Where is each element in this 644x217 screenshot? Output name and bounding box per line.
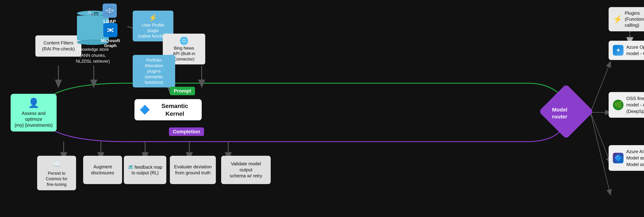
azure-openai-label: Azure OpenAI model - GPT-V <box>626 44 644 57</box>
augment-disclosures-node: Augment disclosures <box>83 156 122 184</box>
svg-point-21 <box>109 29 112 32</box>
microsoft-graph-node: Microsoft Graph <box>101 23 120 48</box>
svg-line-8 <box>591 113 610 163</box>
portfolio-allocation-node: Portfolio Allocation plugins (semantic f… <box>133 55 175 88</box>
svg-line-6 <box>591 62 610 112</box>
completion-badge: Completion <box>169 128 204 136</box>
plugins-icon: ⚡ <box>613 14 622 24</box>
ldap-node: LDAP <box>102 4 117 24</box>
user-label: Assess and optimize {my} {investments} <box>14 110 53 128</box>
azure-openai-node: ✦ Azure OpenAI model - GPT-V <box>608 41 644 60</box>
svg-point-24 <box>108 30 109 32</box>
svg-line-9 <box>591 114 610 195</box>
persist-cosmos-node: ☁️ Persist to Cosmos for fine-tuning <box>37 156 76 190</box>
plugins-label: Plugins (Function calling) <box>625 10 644 28</box>
persist-cosmos-label: Persist to Cosmos for fine-tuning <box>46 170 68 187</box>
user-icon: 👤 <box>28 97 40 109</box>
feedback-map-node: 🗺️ feedback map to output (RL) <box>124 156 166 184</box>
user-node: 👤 Assess and optimize {my} {investments} <box>10 94 56 132</box>
evaluate-label: Evaluate deviation from ground truth <box>174 164 212 176</box>
azure-ai-icon: 🔷 <box>613 153 624 163</box>
validate-label: Validate model output schema w/ retry <box>225 161 267 179</box>
svg-point-23 <box>112 28 114 30</box>
evaluate-deviation-node: Evaluate deviation from ground truth <box>170 156 216 184</box>
semantic-kernel-node: 🔷 Semantic Kernel <box>134 99 202 120</box>
prompt-badge: Prompt <box>170 87 195 95</box>
model-router-label: Modelrouter <box>552 106 568 120</box>
feedback-label: 🗺️ feedback map to output (RL) <box>128 164 162 176</box>
validate-model-node: Validate model output schema w/ retry <box>221 156 271 184</box>
cosmos-icon: ☁️ <box>52 159 62 169</box>
portfolio-label: Portfolio Allocation plugins (semantic f… <box>136 57 172 85</box>
model-router-container: Modelrouter <box>547 92 589 134</box>
azure-ai-label: Azure AI Model as a Service Model as a P… <box>626 148 644 168</box>
sk-label: Semantic Kernel <box>153 102 197 118</box>
sk-icon: 🔷 <box>140 104 150 115</box>
content-filters-label: Content Filters (RAI Pre-check) <box>42 40 75 52</box>
oss-finetuned-node: 🌿 OSS finetuned model - AML (DeepSpeed, … <box>608 92 644 118</box>
azure-openai-icon: ✦ <box>613 45 624 56</box>
svg-point-22 <box>108 28 109 30</box>
knowledge-store-label: Knowledge store (ANN chunks, NL2DSL retr… <box>76 46 110 64</box>
oss-icon: 🌿 <box>613 100 624 110</box>
bing-news-label: Bing News API (Built-in Connector) <box>173 45 195 62</box>
augment-label: Augment disclosures <box>91 164 114 176</box>
microsoft-graph-label: Microsoft Graph <box>101 38 120 48</box>
diagram-container: 👤 Assess and optimize {my} {investments}… <box>0 0 644 217</box>
oss-label: OSS finetuned model - AML (DeepSpeed, Lo… <box>626 95 644 114</box>
svg-point-25 <box>112 30 114 32</box>
azure-ai-model-node: 🔷 Azure AI Model as a Service Model as a… <box>608 145 644 171</box>
plugins-node: ⚡ Plugins (Function calling) <box>608 7 644 31</box>
